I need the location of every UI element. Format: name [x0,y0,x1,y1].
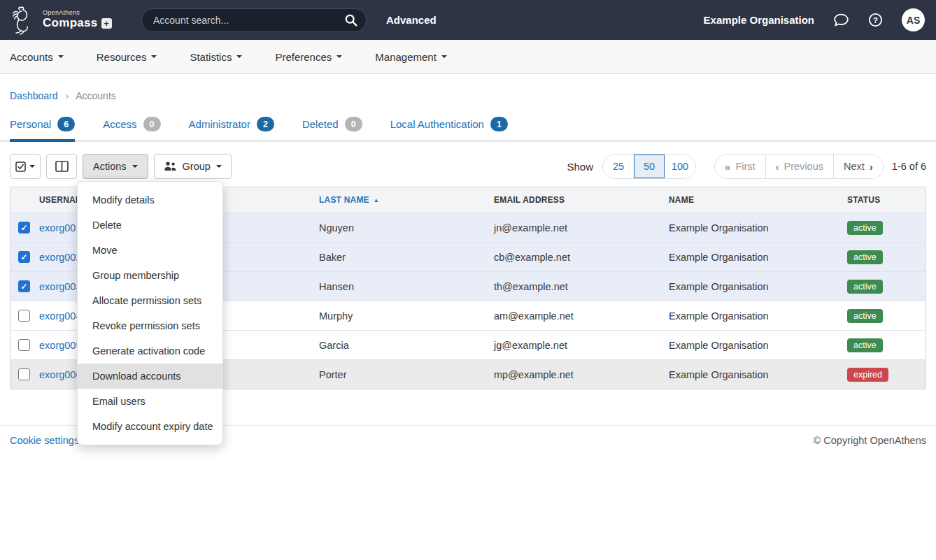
nav-item-resources[interactable]: Resources [97,51,157,63]
menu-item-allocate-permission-sets[interactable]: Allocate permission sets [78,288,222,313]
next-page-button[interactable]: Next › [833,155,883,178]
organisation-cell: Example Organisation [658,340,837,351]
chevron-down-icon [29,165,35,168]
chevron-down-icon [132,165,138,168]
status-badge: expired [847,368,888,382]
user-avatar[interactable]: AS [902,8,925,31]
account-tabs: Personal6Access0Administrator2Deleted0Lo… [0,117,936,142]
column-header-name[interactable]: NAME [658,195,837,205]
table-toolbar: Actions Group Show 2550100 « First [10,154,926,179]
username-link[interactable]: exorg006 [39,369,81,380]
tab-administrator[interactable]: Administrator2 [189,117,274,140]
previous-page-button[interactable]: ‹ Previous [765,155,833,178]
actions-dropdown-menu: Modify detailsDeleteMoveGroup membership… [77,181,223,445]
username-link[interactable]: exorg003 [39,281,81,292]
tab-count-badge: 1 [490,117,508,131]
email-cell: th@example.net [483,281,658,292]
chat-icon[interactable] [833,13,849,27]
first-page-label: First [735,161,755,172]
row-checkbox-cell: ✓ [10,222,36,234]
row-checkbox-cell: ✓ [10,251,36,263]
email-cell: jn@example.net [483,222,658,234]
group-button-label: Group [183,161,211,172]
menu-item-group-membership[interactable]: Group membership [78,263,222,288]
column-header-status[interactable]: STATUS [837,195,926,205]
row-checkbox[interactable] [18,310,30,322]
menu-item-download-accounts[interactable]: Download accounts [78,364,222,389]
nav-item-label: Resources [97,51,147,63]
row-checkbox[interactable]: ✓ [18,251,30,263]
menu-item-delete[interactable]: Delete [78,213,222,238]
next-page-label: Next [844,161,865,172]
tab-count-badge: 6 [57,117,75,131]
column-header-email[interactable]: EMAIL ADDRESS [483,195,658,205]
row-checkbox[interactable]: ✓ [18,280,30,292]
username-link[interactable]: exorg001 [39,222,81,234]
last-name-cell: Nguyen [309,222,483,234]
last-name-cell: Murphy [309,310,483,322]
organisation-cell: Example Organisation [658,222,837,234]
email-cell: cb@example.net [483,252,658,263]
nav-item-preferences[interactable]: Preferences [275,51,342,63]
tab-personal[interactable]: Personal6 [10,117,75,140]
group-button[interactable]: Group [154,154,232,179]
status-badge: active [847,221,883,235]
chevron-down-icon [216,165,222,168]
breadcrumb-separator-icon: › [65,90,69,101]
menu-item-revoke-permission-sets[interactable]: Revoke permission sets [78,313,222,338]
openathens-logo[interactable]: OpenAthens Compass + [10,6,133,35]
search-input[interactable] [141,8,367,32]
nav-item-statistics[interactable]: Statistics [190,51,242,63]
username-link[interactable]: exorg002 [39,252,81,263]
result-range-text: 1-6 of 6 [892,161,926,172]
first-page-button[interactable]: « First [715,155,765,178]
cookie-settings-link[interactable]: Cookie settings [10,435,79,446]
tab-label: Personal [10,118,51,130]
menu-item-email-users[interactable]: Email users [78,389,222,414]
row-checkbox[interactable] [18,339,30,351]
copyright-text: © Copyright OpenAthens [814,435,926,446]
columns-button[interactable] [46,154,77,179]
username-link[interactable]: exorg005 [39,340,81,351]
breadcrumb-dashboard-link[interactable]: Dashboard [10,90,58,101]
row-checkbox[interactable] [18,368,30,380]
nav-item-label: Statistics [190,51,232,63]
row-checkbox-cell [10,368,36,380]
username-link[interactable]: exorg004 [39,310,81,322]
tab-access[interactable]: Access0 [103,117,160,140]
nav-item-management[interactable]: Management [375,51,447,63]
last-name-cell: Hansen [309,281,483,292]
breadcrumb-current: Accounts [76,90,116,101]
chevron-down-icon [151,55,157,58]
advanced-search-link[interactable]: Advanced [386,14,437,26]
actions-button[interactable]: Actions [83,154,148,179]
page-size-100[interactable]: 100 [665,155,695,178]
tab-label: Deleted [302,118,339,130]
tab-label: Administrator [189,118,250,130]
tab-label: Local Authentication [390,118,484,130]
column-header-last-name[interactable]: LAST NAME ▲ [309,195,483,205]
organisation-cell: Example Organisation [658,281,837,292]
select-all-button[interactable] [10,154,41,179]
menu-item-modify-details[interactable]: Modify details [78,187,222,213]
help-icon[interactable]: ? [868,13,883,27]
pagination: « First ‹ Previous Next › [714,154,884,179]
nav-item-accounts[interactable]: Accounts [10,51,64,63]
status-badge: active [847,338,883,352]
main-navbar: AccountsResourcesStatisticsPreferencesMa… [0,40,936,74]
tab-count-badge: 0 [345,117,362,131]
menu-item-generate-activation-code[interactable]: Generate activation code [78,338,222,364]
organisation-cell: Example Organisation [658,369,837,380]
menu-item-modify-account-expiry-date[interactable]: Modify account expiry date [78,414,222,439]
menu-item-move[interactable]: Move [78,238,222,263]
nav-item-label: Accounts [10,51,53,63]
page-size-50[interactable]: 50 [634,155,665,178]
tab-local-authentication[interactable]: Local Authentication1 [390,117,508,140]
page-size-25[interactable]: 25 [603,155,634,178]
nav-item-label: Preferences [275,51,332,63]
row-checkbox[interactable]: ✓ [18,222,30,234]
tab-deleted[interactable]: Deleted0 [302,117,362,140]
tab-label: Access [103,118,136,130]
search-icon[interactable] [345,14,357,27]
svg-text:?: ? [873,16,878,24]
